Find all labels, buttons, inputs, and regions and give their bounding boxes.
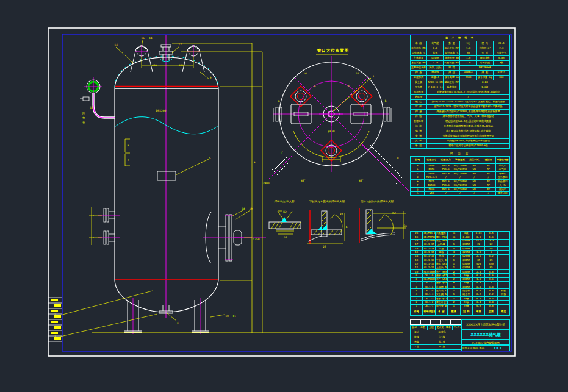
dimension-tag: 650 bbox=[152, 64, 157, 67]
dimension-tag: 3 bbox=[54, 313, 56, 316]
table-cell: 介 质 bbox=[476, 51, 493, 56]
company-name: XXXXXX压力容器制造有限公司 bbox=[461, 319, 510, 330]
table-cell bbox=[423, 345, 436, 350]
table-cell: 监 检 bbox=[411, 105, 427, 110]
table-cell: 批 准 bbox=[436, 340, 448, 345]
table-cell: 检 验 bbox=[411, 115, 427, 119]
table-cell: 焊 接 bbox=[411, 110, 427, 115]
table-cell: 弯管 φ22×2 bbox=[435, 297, 447, 301]
table-cell: 容器类别 bbox=[476, 61, 493, 66]
title-block: 标记处数分区更改文件号签名年.月.日 设计标准化校核审 核审定批 准工艺日 期 … bbox=[410, 319, 510, 351]
table-cell: 2.0 bbox=[493, 46, 509, 51]
dimension-tag: b bbox=[385, 99, 387, 102]
table-cell: 主要受压元件 bbox=[411, 66, 427, 71]
dimension-tag: K2 bbox=[392, 212, 395, 215]
table-cell: 1台 bbox=[460, 41, 476, 46]
scale-cell: 比例 1:10 共1张 第1张 bbox=[462, 346, 486, 351]
table-cell: 安 装 bbox=[411, 134, 427, 139]
table-cell: 0.88 bbox=[460, 80, 510, 85]
dimension-tag: 19 bbox=[249, 207, 252, 210]
dimension-tag: d bbox=[348, 85, 350, 88]
table-cell: 符号 bbox=[411, 157, 425, 164]
table-cell: 处数 bbox=[419, 326, 427, 330]
table-cell: Ⅱ类 bbox=[493, 61, 509, 66]
revision-cell bbox=[410, 319, 420, 325]
dimension-tag: 1 bbox=[373, 75, 375, 78]
bill-of-materials-table: 20GB/T41-2016六角螺母 M16168级0.030.519GB/T57… bbox=[410, 231, 510, 316]
table-cell: 0.8 bbox=[427, 46, 444, 51]
dimension-tag: a bbox=[278, 99, 280, 102]
dimension-tag: 18 bbox=[242, 207, 245, 210]
dimension-tag: 14 bbox=[114, 43, 117, 46]
detail-c-title: 筒体与封头连接焊缝放大图 bbox=[354, 200, 400, 203]
table-cell: / bbox=[427, 95, 510, 100]
revision-cell bbox=[451, 319, 461, 325]
table-cell: 表面处理 bbox=[411, 119, 427, 124]
drawing-number: C8.1 bbox=[486, 346, 510, 351]
technical-characteristics-table: 技 术 特 性 表名 称储气罐数 量1台图 号C8.1工作压力 MPa0.8设计… bbox=[410, 35, 510, 149]
table-cell: 图中未注尺寸公差按GB/T1804-m级 bbox=[427, 144, 510, 149]
table-cell: 更改文件号 bbox=[436, 326, 444, 330]
table-cell: 焊接接头型式按HG/T20583,未注角焊缝焊脚取较薄板厚度 bbox=[427, 110, 510, 115]
table-cell: 数量 bbox=[448, 308, 460, 315]
table-cell: 设备高度 mm bbox=[444, 76, 460, 80]
top-view-title: 管口方位布置图 bbox=[306, 48, 361, 54]
product-title: XXXXXX储气罐 bbox=[461, 330, 510, 340]
dimension-tag: 1750 bbox=[253, 238, 260, 241]
table-cell: 安全阀 bbox=[411, 80, 427, 85]
dimension-tag: 25 bbox=[284, 236, 287, 239]
table-cell: 备 注 bbox=[411, 144, 427, 149]
table-cell: φ18 bbox=[425, 191, 439, 196]
table-cell: 日 期 bbox=[436, 345, 448, 350]
table-cell: 支腿×4 bbox=[427, 76, 444, 80]
table-cell: 审定 bbox=[411, 340, 423, 345]
table-cell: 对接焊缝按NB/T47013.2-2015进行20%RT检测,Ⅲ级合格 bbox=[427, 90, 510, 95]
table-cell: 无损检测 bbox=[411, 90, 427, 95]
data-table: 技 术 特 性 表名 称储气罐数 量1台图 号C8.1工作压力 MPa0.8设计… bbox=[410, 35, 510, 149]
table-cell: 公称压力 bbox=[439, 157, 453, 164]
table-cell: 法兰型式 bbox=[467, 157, 481, 164]
table-cell: 焊缝表面不得有裂纹、气孔、夹渣、咬边等缺陷 bbox=[427, 115, 510, 119]
table-cell: 总重 bbox=[485, 308, 497, 315]
table-cell: 液位计口 bbox=[495, 191, 509, 196]
table-cell: 1.0 bbox=[460, 46, 476, 51]
detail-a-title: 焊缝节点Ⅰ放大图 bbox=[264, 200, 304, 203]
table-cell: 地脚螺栓M20×4,由安装单位随基础预埋 bbox=[427, 139, 510, 144]
table-cell: 支座形式 bbox=[411, 76, 427, 80]
weld-details bbox=[269, 208, 406, 244]
dimension-tag: K2 bbox=[283, 210, 286, 213]
table-cell: 气密试验 MPa bbox=[444, 61, 460, 66]
table-cell bbox=[423, 340, 436, 345]
table-cell: 整定压力 MPa bbox=[444, 80, 460, 85]
table-cell: H08MnA bbox=[460, 71, 476, 76]
table-cell: 分区 bbox=[427, 326, 436, 330]
table-cell: 全容积 m³ bbox=[476, 46, 493, 51]
revision-cell bbox=[420, 319, 431, 325]
nozzle-table: 符号公称尺寸公称压力连接标准法兰型式密封面用途或名称aDN50PN1.6HG/T… bbox=[410, 156, 510, 196]
dimension-tag: 11 bbox=[356, 72, 359, 75]
table-cell: / bbox=[439, 191, 453, 196]
table-cell: 油 漆 bbox=[411, 124, 427, 129]
dimension-tag: 力 bbox=[82, 116, 85, 119]
data-table: 标记处数分区更改文件号签名年.月.日 bbox=[410, 325, 461, 330]
table-cell: 1.25 bbox=[427, 61, 444, 66]
table-cell: 外表面涂灰色醇酸面漆两道,漆膜总厚≥120μm bbox=[427, 124, 510, 129]
table-cell bbox=[448, 330, 461, 335]
dimension-tag: φ870 bbox=[328, 130, 335, 133]
data-table: 符号公称尺寸公称压力连接标准法兰型式密封面用途或名称aDN50PN1.6HG/T… bbox=[410, 156, 510, 196]
dimension-tag: 12 bbox=[178, 43, 181, 46]
dimension-tag: g bbox=[397, 156, 399, 159]
table-cell: 焊缝系数 bbox=[476, 56, 493, 61]
table-cell: 材 料 bbox=[460, 308, 472, 315]
table-cell: 压缩空气 bbox=[493, 51, 509, 56]
table-cell: HJ431 bbox=[493, 71, 509, 76]
table-cell: 焊 剂 bbox=[476, 71, 493, 76]
table-cell: 备注 bbox=[497, 308, 509, 315]
table-cell: 精度等级 bbox=[444, 85, 460, 90]
table-cell: 图号或标准号 bbox=[423, 308, 435, 315]
revision-labels-row: 标记处数分区更改文件号签名年.月.日 bbox=[410, 325, 461, 330]
table-cell: 工作压力 MPa bbox=[411, 46, 427, 51]
table-cell: 焊 丝 bbox=[444, 71, 460, 76]
dimension-tag: 11 bbox=[232, 315, 235, 318]
dimension-tag: 4 bbox=[177, 321, 179, 324]
